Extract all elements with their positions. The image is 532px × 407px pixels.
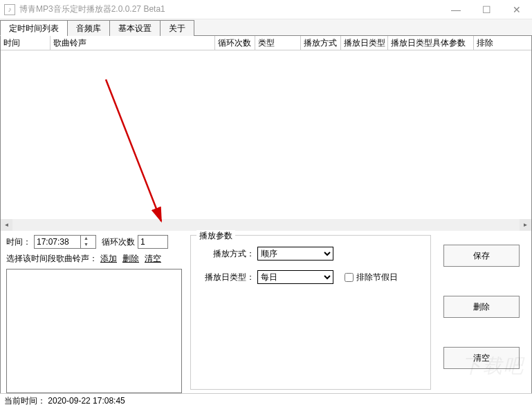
tab-bar: 定时时间列表 音频库 基本设置 关于	[0, 19, 532, 36]
play-params-legend: 播放参数	[196, 230, 235, 242]
list-header: 时间 歌曲铃声 循环次数 类型 播放方式 播放日类型 播放日类型具体参数 排除	[1, 36, 531, 50]
col-daytype-params[interactable]: 播放日类型具体参数	[388, 36, 474, 50]
exclude-holiday-label: 排除节假日	[356, 272, 398, 283]
lower-panel: 时间： ▲ ▼ 循环次数 选择该时间段歌曲铃声： 添加 删除 清空	[1, 231, 531, 394]
exclude-holiday-wrapper: 排除节假日	[342, 271, 398, 284]
col-type[interactable]: 类型	[255, 36, 301, 50]
close-button[interactable]: ✕	[502, 0, 532, 19]
song-listbox[interactable]	[6, 269, 182, 393]
minimize-button[interactable]: —	[441, 0, 471, 19]
status-time: 2020-09-22 17:08:45	[48, 396, 125, 406]
save-button[interactable]: 保存	[443, 245, 520, 267]
horizontal-scrollbar[interactable]: ◄ ►	[1, 219, 531, 231]
loop-label: 循环次数	[102, 236, 135, 248]
tab-audio-library[interactable]: 音频库	[67, 20, 110, 36]
time-spin-up[interactable]: ▲	[81, 236, 91, 242]
delete-button[interactable]: 删除	[443, 296, 520, 318]
app-icon: ♪	[4, 4, 15, 15]
time-input[interactable]	[35, 236, 80, 247]
exclude-holiday-checkbox[interactable]	[345, 273, 354, 282]
scroll-left-arrow[interactable]: ◄	[1, 219, 12, 231]
col-time[interactable]: 时间	[1, 36, 51, 50]
col-playmode[interactable]: 播放方式	[301, 36, 341, 50]
loop-input[interactable]	[138, 235, 168, 249]
status-bar: 当前时间： 2020-09-22 17:08:45	[0, 393, 532, 407]
play-mode-label: 播放方式：	[198, 248, 255, 260]
tab-basic-settings[interactable]: 基本设置	[109, 20, 160, 36]
col-loop[interactable]: 循环次数	[215, 36, 255, 50]
time-input-wrapper: ▲ ▼	[34, 235, 96, 249]
maximize-button[interactable]: ☐	[471, 0, 502, 19]
select-song-label: 选择该时间段歌曲铃声：	[6, 253, 98, 265]
delete-link[interactable]: 删除	[122, 253, 139, 265]
time-spin-down[interactable]: ▼	[81, 242, 91, 248]
window-title: 博青MP3音乐定时播放器2.0.0.27 Beta1	[19, 3, 165, 15]
clear-link[interactable]: 清空	[145, 253, 161, 265]
action-buttons: 保存 删除 清空	[434, 231, 524, 394]
play-daytype-label: 播放日类型：	[198, 272, 255, 283]
title-bar: ♪ 博青MP3音乐定时播放器2.0.0.27 Beta1 — ☐ ✕	[0, 0, 532, 19]
tab-about[interactable]: 关于	[160, 20, 194, 36]
tab-content: 时间 歌曲铃声 循环次数 类型 播放方式 播放日类型 播放日类型具体参数 排除 …	[0, 36, 532, 395]
col-daytype[interactable]: 播放日类型	[341, 36, 388, 50]
left-form: 时间： ▲ ▼ 循环次数 选择该时间段歌曲铃声： 添加 删除 清空	[1, 231, 187, 394]
tab-timed-list[interactable]: 定时时间列表	[0, 20, 68, 36]
status-label: 当前时间：	[4, 396, 46, 406]
scroll-right-arrow[interactable]: ►	[520, 219, 531, 231]
play-params-group: 播放参数 播放方式： 顺序 播放日类型： 每日 排除节假日	[190, 235, 431, 390]
list-body[interactable]	[1, 50, 531, 219]
play-daytype-select[interactable]: 每日	[257, 270, 333, 284]
add-link[interactable]: 添加	[100, 253, 117, 265]
clear-button[interactable]: 清空	[443, 347, 520, 369]
col-song[interactable]: 歌曲铃声	[51, 36, 215, 50]
play-mode-select[interactable]: 顺序	[257, 247, 333, 261]
time-label: 时间：	[6, 236, 31, 248]
col-exclude[interactable]: 排除	[474, 36, 502, 50]
